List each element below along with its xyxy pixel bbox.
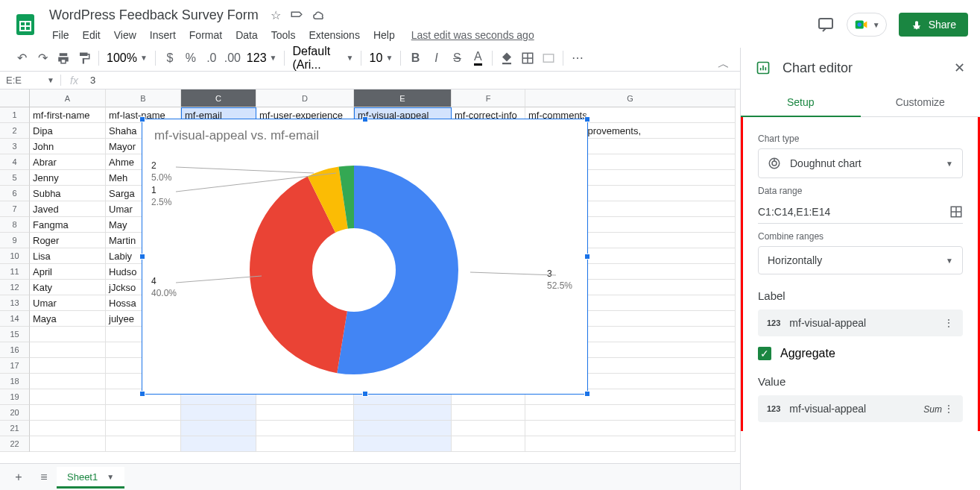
borders-icon[interactable] — [518, 48, 537, 68]
menu-data[interactable]: Data — [230, 26, 264, 44]
chart-type-select[interactable]: Doughnut chart ▼ — [758, 148, 963, 178]
cell[interactable]: Lisa — [30, 248, 106, 264]
menu-format[interactable]: Format — [183, 26, 228, 44]
menu-tools[interactable]: Tools — [265, 26, 302, 44]
cell[interactable]: Subha — [30, 186, 106, 201]
cell[interactable] — [30, 421, 106, 436]
cell[interactable] — [106, 405, 181, 421]
row-header[interactable]: 10 — [0, 248, 30, 264]
label-field[interactable]: 123 mf-visual-appeal ⋮ — [758, 310, 963, 336]
cell[interactable] — [452, 436, 525, 452]
cell[interactable] — [525, 405, 736, 421]
cell[interactable] — [354, 436, 452, 452]
grid-select-icon[interactable] — [949, 205, 963, 219]
cloud-icon[interactable] — [312, 8, 326, 22]
currency-icon[interactable]: $ — [160, 48, 180, 68]
row-header[interactable]: 22 — [0, 436, 30, 452]
row-header[interactable]: 4 — [0, 154, 30, 170]
num-format-dropdown[interactable]: 123▼ — [244, 50, 280, 66]
sheet-tab-1[interactable]: Sheet1▼ — [57, 467, 124, 487]
col-header-G[interactable]: G — [525, 89, 736, 107]
col-header-D[interactable]: D — [256, 89, 354, 107]
last-edit-link[interactable]: Last edit was seconds ago — [411, 29, 534, 41]
decrease-decimal-icon[interactable]: .0 — [202, 48, 221, 68]
cell[interactable] — [525, 436, 736, 452]
print-icon[interactable] — [54, 48, 73, 68]
cell[interactable] — [354, 405, 452, 421]
row-header[interactable]: 6 — [0, 186, 30, 201]
label-more-icon[interactable]: ⋮ — [943, 317, 954, 329]
row-header[interactable]: 2 — [0, 123, 30, 139]
all-sheets-icon[interactable]: ≡ — [31, 466, 57, 489]
cell[interactable] — [30, 342, 106, 358]
row-header[interactable]: 18 — [0, 374, 30, 389]
cell[interactable] — [181, 421, 256, 436]
menu-view[interactable]: View — [108, 26, 142, 44]
col-header-C[interactable]: C — [181, 89, 256, 107]
data-range-input[interactable] — [758, 206, 949, 218]
row-header[interactable]: 7 — [0, 201, 30, 217]
merge-icon[interactable] — [539, 48, 558, 68]
cell[interactable]: Maya — [30, 311, 106, 327]
share-button[interactable]: Share — [899, 13, 968, 37]
cell[interactable] — [30, 405, 106, 421]
cell[interactable]: Abrar — [30, 154, 106, 170]
row-header[interactable]: 8 — [0, 217, 30, 233]
row-header[interactable]: 1 — [0, 107, 30, 123]
value-field[interactable]: 123 mf-visual-appeal Sum ⋮ — [758, 395, 963, 422]
cell[interactable] — [30, 327, 106, 342]
cell[interactable] — [30, 374, 106, 389]
col-header-B[interactable]: B — [106, 89, 181, 107]
zoom-dropdown[interactable]: 100%▼ — [104, 50, 151, 66]
combine-select[interactable]: Horizontally ▼ — [758, 246, 963, 274]
paint-format-icon[interactable] — [75, 48, 94, 68]
row-header[interactable]: 9 — [0, 233, 30, 248]
cell[interactable]: Roger — [30, 233, 106, 248]
name-box[interactable]: E:E▼ — [0, 75, 61, 86]
col-header-E[interactable]: E — [354, 89, 452, 107]
cell[interactable] — [256, 421, 354, 436]
cell[interactable]: Katy — [30, 280, 106, 295]
row-header[interactable]: 17 — [0, 358, 30, 374]
doc-title[interactable]: WordPress Feedback Survey Form — [46, 6, 262, 25]
undo-icon[interactable]: ↶ — [12, 48, 31, 68]
tab-customize[interactable]: Customize — [861, 89, 981, 117]
cell[interactable]: Jenny — [30, 170, 106, 186]
text-color-icon[interactable]: A — [468, 48, 487, 68]
doughnut-chart[interactable]: mf-visual-appeal vs. mf-email 352.5% 440… — [142, 119, 588, 395]
redo-icon[interactable]: ↷ — [33, 48, 52, 68]
value-more-icon[interactable]: ⋮ — [943, 403, 954, 415]
move-icon[interactable] — [290, 8, 303, 22]
sheets-logo[interactable] — [12, 11, 39, 38]
col-header-A[interactable]: A — [30, 89, 106, 107]
cell[interactable]: John — [30, 139, 106, 154]
row-header[interactable]: 12 — [0, 280, 30, 295]
fill-color-icon[interactable] — [497, 48, 516, 68]
row-header[interactable]: 15 — [0, 327, 30, 342]
row-header[interactable]: 13 — [0, 295, 30, 311]
add-sheet-icon[interactable]: + — [6, 466, 31, 489]
cell[interactable] — [452, 405, 525, 421]
cell[interactable] — [30, 436, 106, 452]
percent-icon[interactable]: % — [181, 48, 200, 68]
aggregate-checkbox[interactable]: ✓ — [758, 347, 771, 360]
font-size-dropdown[interactable]: 10▼ — [366, 50, 396, 66]
star-icon[interactable]: ☆ — [271, 8, 281, 22]
cell[interactable]: Fangma — [30, 217, 106, 233]
cell[interactable] — [181, 436, 256, 452]
cell[interactable]: Javed — [30, 201, 106, 217]
cell[interactable] — [256, 436, 354, 452]
collapse-toolbar-icon[interactable]: ︿ — [718, 57, 730, 72]
row-header[interactable]: 3 — [0, 139, 30, 154]
menu-extensions[interactable]: Extensions — [303, 26, 365, 44]
select-all-corner[interactable] — [0, 89, 30, 107]
row-header[interactable]: 19 — [0, 389, 30, 405]
row-header[interactable]: 16 — [0, 342, 30, 358]
cell[interactable] — [354, 421, 452, 436]
row-header[interactable]: 21 — [0, 421, 30, 436]
cell[interactable] — [106, 421, 181, 436]
cell[interactable] — [181, 405, 256, 421]
cell[interactable]: April — [30, 264, 106, 280]
tab-setup[interactable]: Setup — [741, 89, 861, 117]
menu-file[interactable]: File — [46, 26, 75, 44]
